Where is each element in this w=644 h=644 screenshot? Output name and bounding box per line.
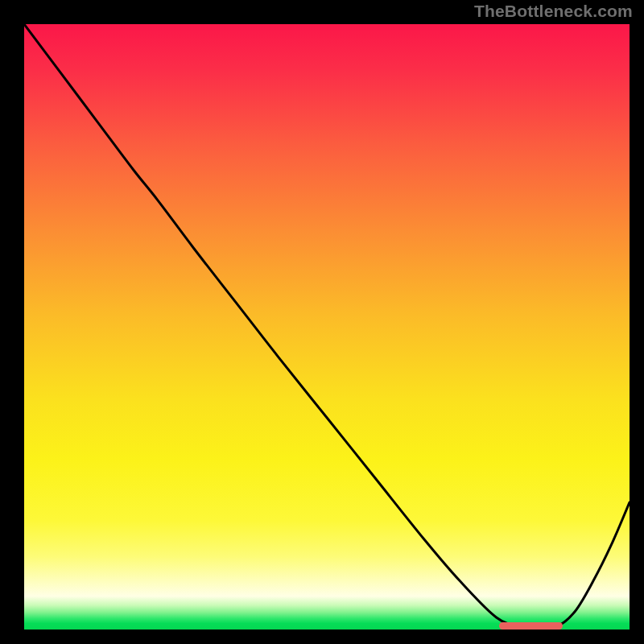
plot-frame <box>24 24 630 630</box>
chart-container: TheBottleneck.com <box>0 0 644 644</box>
curve-layer <box>24 24 630 630</box>
attribution-label: TheBottleneck.com <box>474 2 633 21</box>
bottleneck-curve <box>24 24 630 628</box>
plot-area <box>24 24 630 630</box>
optimal-range-marker <box>499 622 563 630</box>
